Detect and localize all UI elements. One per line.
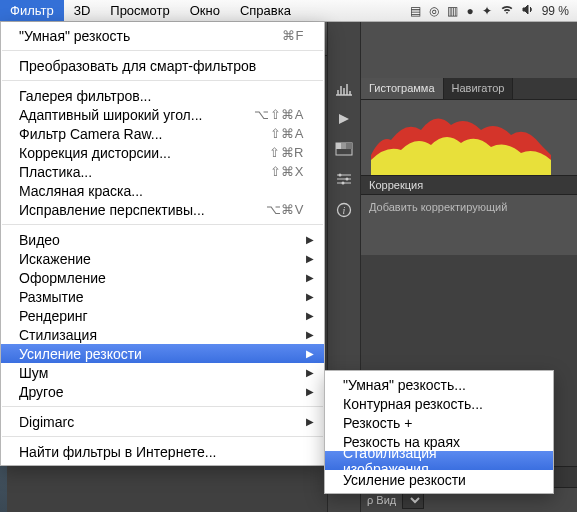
menu-item-label: Адаптивный широкий угол...	[19, 107, 254, 123]
menu-item-label: Фильтр Camera Raw...	[19, 126, 270, 142]
swatches-icon[interactable]	[334, 142, 354, 158]
menu-item[interactable]: Другое▶	[1, 382, 324, 401]
menu-item-label: Оформление	[19, 270, 304, 286]
menu-item-shortcut: ⌘F	[282, 28, 304, 43]
submenu-item-label: "Умная" резкость...	[343, 377, 466, 393]
submenu-item[interactable]: Стабилизация изображения...	[325, 451, 553, 470]
menu-item-label: Коррекция дисторсии...	[19, 145, 269, 161]
menu-item-label: "Умная" резкость	[19, 28, 282, 44]
menu-item[interactable]: Найти фильтры в Интернете...	[1, 442, 324, 461]
menu-separator	[2, 436, 323, 437]
status-icon-1[interactable]: ▥	[447, 4, 458, 18]
menu-item-shortcut: ⌥⌘V	[266, 202, 304, 217]
svg-text:i: i	[343, 205, 346, 216]
tab-navigator[interactable]: Навигатор	[444, 78, 514, 99]
menu-3d[interactable]: 3D	[64, 0, 101, 21]
menu-item-label: Преобразовать для смарт-фильтров	[19, 58, 304, 74]
info-icon[interactable]: i	[334, 202, 354, 218]
wifi-icon[interactable]	[500, 4, 514, 18]
menu-separator	[2, 50, 323, 51]
menu-item[interactable]: Digimarc▶	[1, 412, 324, 431]
menu-фильтр[interactable]: Фильтр	[0, 0, 64, 21]
menu-item-shortcut: ⌥⇧⌘A	[254, 107, 304, 122]
submenu-arrow-icon: ▶	[306, 272, 314, 283]
submenu-item[interactable]: Контурная резкость...	[325, 394, 553, 413]
menu-item-label: Искажение	[19, 251, 304, 267]
histogram-panel	[361, 100, 577, 175]
menu-item-shortcut: ⇧⌘R	[269, 145, 304, 160]
menu-item[interactable]: Шум▶	[1, 363, 324, 382]
submenu-arrow-icon: ▶	[306, 367, 314, 378]
menu-item[interactable]: Преобразовать для смарт-фильтров	[1, 56, 324, 75]
histogram-icon[interactable]	[334, 82, 354, 98]
menu-item[interactable]: Адаптивный широкий угол...⌥⇧⌘A	[1, 105, 324, 124]
menu-item-label: Исправление перспективы...	[19, 202, 266, 218]
menu-item[interactable]: Размытие▶	[1, 287, 324, 306]
menu-item[interactable]: Масляная краска...	[1, 181, 324, 200]
menu-item-label: Digimarc	[19, 414, 304, 430]
menu-item-label: Галерея фильтров...	[19, 88, 304, 104]
menu-item-label: Шум	[19, 365, 304, 381]
creative-cloud-icon[interactable]: ◎	[429, 4, 439, 18]
sharpen-submenu: "Умная" резкость...Контурная резкость...…	[324, 370, 554, 494]
battery-percent[interactable]: 99 %	[542, 4, 569, 18]
menu-separator	[2, 224, 323, 225]
menu-item-label: Размытие	[19, 289, 304, 305]
menu-item[interactable]: Усиление резкости▶	[1, 344, 324, 363]
menu-item[interactable]: Оформление▶	[1, 268, 324, 287]
svg-rect-1	[336, 143, 341, 149]
filter-menu-dropdown: "Умная" резкость⌘FПреобразовать для смар…	[0, 22, 325, 466]
menu-item[interactable]: Стилизация▶	[1, 325, 324, 344]
menubar: Фильтр3DПросмотрОкноСправка ▤ ◎ ▥ ● ✦ 99…	[0, 0, 577, 22]
adjustments-icon[interactable]	[334, 172, 354, 188]
menu-item-label: Рендеринг	[19, 308, 304, 324]
svg-point-5	[346, 178, 349, 181]
menu-item[interactable]: Фильтр Camera Raw...⇧⌘A	[1, 124, 324, 143]
submenu-arrow-icon: ▶	[306, 348, 314, 359]
correction-hint: Добавить корректирующий	[369, 201, 507, 213]
submenu-arrow-icon: ▶	[306, 234, 314, 245]
submenu-item[interactable]: "Умная" резкость...	[325, 375, 553, 394]
submenu-item[interactable]: Резкость +	[325, 413, 553, 432]
menu-item-label: Масляная краска...	[19, 183, 304, 199]
svg-rect-2	[341, 143, 346, 149]
submenu-item-label: Резкость +	[343, 415, 412, 431]
layer-kind-label: ρ Вид	[367, 494, 396, 506]
menu-просмотр[interactable]: Просмотр	[100, 0, 179, 21]
menu-справка[interactable]: Справка	[230, 0, 301, 21]
menubar-status-icons: ▤ ◎ ▥ ● ✦ 99 %	[410, 4, 577, 18]
histogram-panel-tabs: Гистограмма Навигатор	[361, 78, 577, 100]
menu-item-label: Другое	[19, 384, 304, 400]
submenu-item-label: Контурная резкость...	[343, 396, 483, 412]
correction-panel: Добавить корректирующий	[361, 195, 577, 255]
menu-item[interactable]: Галерея фильтров...	[1, 86, 324, 105]
menu-item[interactable]: Видео▶	[1, 230, 324, 249]
menu-окно[interactable]: Окно	[180, 0, 230, 21]
menu-item-label: Стилизация	[19, 327, 304, 343]
menu-item[interactable]: "Умная" резкость⌘F	[1, 26, 324, 45]
submenu-arrow-icon: ▶	[306, 310, 314, 321]
svg-point-6	[342, 182, 345, 185]
tab-histogram[interactable]: Гистограмма	[361, 78, 444, 99]
menu-item[interactable]: Пластика...⇧⌘X	[1, 162, 324, 181]
submenu-arrow-icon: ▶	[306, 329, 314, 340]
play-icon[interactable]	[334, 112, 354, 128]
notifications-icon[interactable]: ▤	[410, 4, 421, 18]
svg-rect-3	[346, 143, 352, 149]
tab-correction[interactable]: Коррекция	[361, 175, 577, 195]
menu-item[interactable]: Исправление перспективы...⌥⌘V	[1, 200, 324, 219]
status-icon-3[interactable]: ✦	[482, 4, 492, 18]
menu-item[interactable]: Рендеринг▶	[1, 306, 324, 325]
menu-item[interactable]: Коррекция дисторсии...⇧⌘R	[1, 143, 324, 162]
menu-item-label: Пластика...	[19, 164, 270, 180]
menu-item-label: Видео	[19, 232, 304, 248]
menu-item-label: Найти фильтры в Интернете...	[19, 444, 304, 460]
submenu-arrow-icon: ▶	[306, 291, 314, 302]
menu-separator	[2, 80, 323, 81]
submenu-item-label: Усиление резкости	[343, 472, 466, 488]
volume-icon[interactable]	[522, 4, 534, 18]
menu-item-shortcut: ⇧⌘A	[270, 126, 304, 141]
menu-item[interactable]: Искажение▶	[1, 249, 324, 268]
status-icon-2[interactable]: ●	[466, 4, 473, 18]
submenu-arrow-icon: ▶	[306, 253, 314, 264]
